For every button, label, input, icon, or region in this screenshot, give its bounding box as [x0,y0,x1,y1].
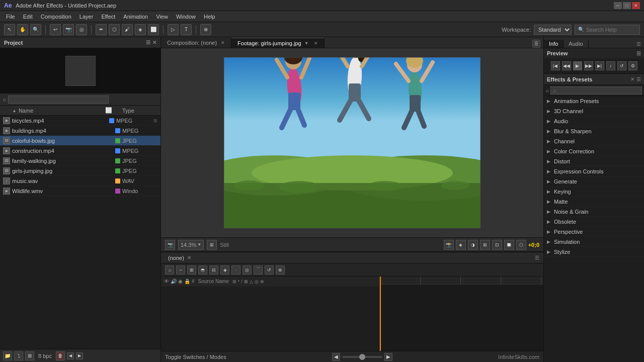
puppet-tool-button[interactable]: ⊕ [200,24,211,35]
tab-audio[interactable]: Audio [564,40,588,48]
effect-category-noise-grain[interactable]: ▶ Noise & Grain [544,207,644,217]
tl-frame-blend-button[interactable]: ⊟ [209,265,218,275]
tab-info[interactable]: Info [544,40,564,48]
preview-next-button[interactable]: ▶▶ [584,61,593,70]
menu-file[interactable]: File [2,13,19,21]
project-panel-menu-icon[interactable]: ☰ [146,40,150,45]
tl-motion-blur-button[interactable]: ◓ [198,265,207,275]
menu-view[interactable]: View [152,13,172,21]
effect-category-simulation[interactable]: ▶ Simulation [544,237,644,247]
preview-settings-button[interactable]: ⚙ [628,61,637,70]
pen-tool-button[interactable]: ✒ [96,24,107,35]
tl-dots2-button[interactable]: ◎ [243,265,252,275]
zoom-out-button[interactable]: ◀ [332,353,340,361]
effect-category-distort[interactable]: ▶ Distort [544,156,644,166]
effect-category-3d-channel[interactable]: ▶ 3D Channel [544,106,644,116]
selection-tool-button[interactable]: ↖ [4,24,15,35]
effect-category-blur-sharpen[interactable]: ▶ Blur & Sharpen [544,126,644,136]
composition-tab[interactable]: Composition: (none) ✕ [161,38,231,48]
effect-category-color-correction[interactable]: ▶ Color Correction [544,146,644,156]
footage-tab[interactable]: Footage: girls-jumping.jpg ▼ ✕ [231,38,325,48]
project-panel-close-icon[interactable]: ✕ [152,40,156,45]
info-panel-menu-icon[interactable]: ☰ [633,40,644,48]
menu-layer[interactable]: Layer [75,13,98,21]
delete-button[interactable]: 🗑 [56,351,65,360]
timeline-panel-menu-icon[interactable]: ☰ [535,255,539,260]
zoom-tool-button[interactable]: 🔍 [30,24,41,35]
close-button[interactable]: ✕ [632,2,640,9]
preview-play-button[interactable]: ▶ [573,61,582,70]
effect-category-generate[interactable]: ▶ Generate [544,176,644,187]
tl-dots1-button[interactable]: · [231,265,240,275]
fit-viewer-button[interactable]: ⊞ [207,240,217,250]
tl-draft-button[interactable]: ◈ [220,265,229,275]
name-sort-arrow[interactable]: ▲ [12,108,17,113]
safe-zone-button[interactable]: ⊡ [492,240,502,250]
mask-tool-button[interactable]: ⬡ [109,24,120,35]
orbit-tool-button[interactable]: ◎ [76,24,87,35]
effects-search-input[interactable] [550,86,642,95]
menu-composition[interactable]: Composition [37,13,75,21]
effect-category-expression-controls[interactable]: ▶ Expression Controls [544,166,644,176]
effect-category-stylize[interactable]: ▶ Stylize [544,247,644,257]
preview-menu-icon[interactable]: ☰ [636,51,641,56]
effects-menu-icon[interactable]: ☰ [636,76,641,82]
grid-button[interactable]: ⊞ [480,240,490,250]
file-row[interactable]: 🖼 family-walking.jpg JPEG [0,156,160,166]
effect-category-animation-presets[interactable]: ▶ Animation Presets [544,96,644,106]
new-folder-button[interactable]: 📁 [3,351,12,360]
file-row[interactable]: ▶ Wildlife.wmv Windo [0,186,160,196]
new-comp-button[interactable]: ⊞ [25,351,34,360]
maximize-button[interactable]: □ [623,2,631,9]
snapshot-button[interactable]: 📸 [444,240,454,250]
import-button[interactable]: ⤵ [14,351,23,360]
menu-window[interactable]: Window [172,13,200,21]
tl-dots3-button[interactable]: ⊕ [276,265,285,275]
menu-edit[interactable]: Edit [19,13,37,21]
col-name-header[interactable]: Name [19,108,102,114]
color-correct-button[interactable]: ◑ [468,240,478,250]
effect-category-audio[interactable]: ▶ Audio [544,116,644,126]
tl-solo-button[interactable]: ↔ [176,265,185,275]
footage-tab-close-icon[interactable]: ✕ [314,41,318,46]
hand-tool-button[interactable]: ✋ [17,24,28,35]
tl-motion-path-button[interactable]: ⌒ [254,265,263,275]
tl-search-button[interactable]: ⌕ [165,265,174,275]
channel-button[interactable]: 🔲 [504,240,514,250]
tl-snap-button[interactable]: ⊞ [187,265,196,275]
show-snapshot-button[interactable]: ◈ [456,240,466,250]
minimize-button[interactable]: ─ [614,2,622,9]
camera-tool-button[interactable]: 📷 [63,24,74,35]
file-row[interactable]: 🖼 girls-jumping.jpg JPEG [0,166,160,176]
transparency-button[interactable]: ⬡ [516,240,526,250]
effect-category-obsolete[interactable]: ▶ Obsolete [544,217,644,227]
next-frame-button[interactable]: ▶ [76,352,83,359]
shape-tool-button[interactable]: ▷ [168,24,179,35]
stamp-tool-button[interactable]: ◈ [135,24,146,35]
zoom-slider-thumb[interactable] [359,354,365,360]
effect-category-perspective[interactable]: ▶ Perspective [544,227,644,237]
menu-animation[interactable]: Animation [119,13,152,21]
composition-tab-close-icon[interactable]: ✕ [221,40,225,45]
project-search-input[interactable] [8,96,109,104]
text-tool-button[interactable]: T [181,24,192,35]
preview-loop-button[interactable]: ↺ [617,61,626,70]
effect-category-channel[interactable]: ▶ Channel [544,136,644,146]
workspace-select[interactable]: Standard [534,25,572,35]
toggle-switches-label[interactable]: Toggle Switches / Modes [165,354,226,360]
zoom-slider-track[interactable] [342,356,382,358]
zoom-level-display[interactable]: 14.3% ▼ [178,240,204,250]
brush-tool-button[interactable]: 🖌 [122,24,133,35]
preview-last-button[interactable]: ▶| [595,61,604,70]
effects-close-icon[interactable]: ✕ [630,76,634,82]
timeline-close-icon[interactable]: ✕ [187,255,191,260]
preview-audio-button[interactable]: ♪ [606,61,615,70]
footage-tab-dropdown-icon[interactable]: ▼ [304,41,309,46]
rotate-tool-button[interactable]: ↩ [50,24,61,35]
viewer-snapshot-button[interactable]: 📷 [165,240,175,250]
file-row[interactable]: ▶ buildings.mp4 MPEG [0,126,160,136]
eraser-tool-button[interactable]: ⬜ [148,24,159,35]
effect-category-keying[interactable]: ▶ Keying [544,187,644,197]
prev-frame-button[interactable]: ◀ [67,352,74,359]
preview-prev-button[interactable]: ◀◀ [562,61,571,70]
